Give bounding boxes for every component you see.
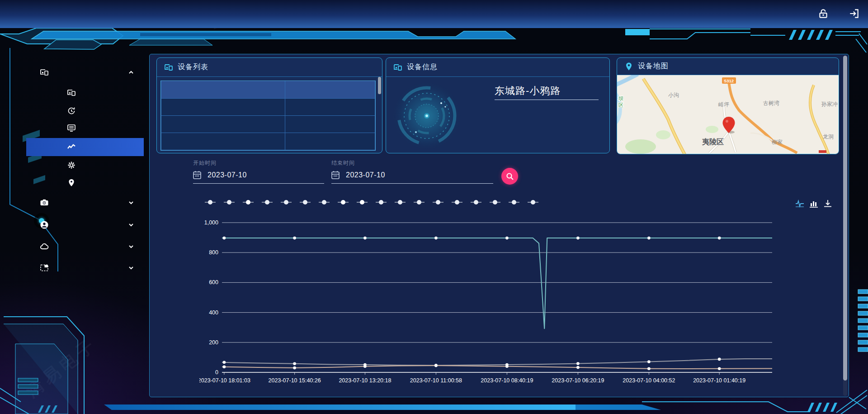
data-point[interactable] (223, 237, 226, 240)
data-point[interactable] (718, 237, 721, 240)
sidebar-item-0[interactable] (26, 63, 144, 81)
legend-item[interactable] (357, 198, 370, 206)
legend-item[interactable] (414, 198, 427, 206)
data-point[interactable] (363, 365, 367, 368)
map-image[interactable]: S312 小沟 峪坪 古树湾 孙家冲 柳家 龙洞 夷陵区 坝 区 (617, 75, 839, 154)
search-button[interactable] (501, 168, 518, 185)
series-line (222, 366, 772, 369)
x-tick-label: 2023-07-10 13:20:18 (339, 377, 391, 384)
gear-icon (67, 161, 76, 170)
data-point[interactable] (505, 237, 509, 240)
table-cell[interactable] (285, 115, 375, 133)
legend-marker-icon (528, 202, 538, 203)
legend-marker-icon (205, 202, 216, 203)
calendar-icon[interactable] (193, 171, 201, 180)
end-date-group: 结束时间 (331, 159, 493, 186)
data-point[interactable] (647, 360, 651, 363)
main-content: 设备列表 设备信息 (149, 54, 849, 397)
sidebar-item-4[interactable] (26, 259, 144, 277)
legend-item[interactable] (319, 198, 332, 206)
data-point[interactable] (647, 367, 651, 370)
table-cell[interactable] (161, 115, 285, 133)
table-row[interactable] (161, 115, 375, 133)
top-band (32, 29, 867, 52)
legend-item[interactable] (528, 198, 541, 206)
data-point[interactable] (718, 367, 721, 370)
sidebar-subitem-2[interactable] (26, 119, 144, 137)
legend-marker-icon (414, 202, 425, 203)
table-row[interactable] (161, 133, 375, 150)
legend-item[interactable] (338, 198, 351, 206)
sidebar-subitem-0[interactable] (26, 84, 144, 102)
history-curve-chart[interactable]: 1,00080060040020002023-07-10 18:01:03202… (199, 214, 803, 395)
sidebar-item-2[interactable] (26, 216, 144, 234)
legend-item[interactable] (300, 198, 313, 206)
device-map-panel: 设备地图 S312 小沟 峪坪 古树湾 孙家冲 柳家 (617, 57, 839, 154)
table-cell[interactable] (161, 133, 285, 150)
start-date-input[interactable] (208, 171, 307, 179)
cloud-icon (40, 242, 49, 251)
legend-item[interactable] (395, 198, 408, 206)
sidebar-subitem-1[interactable] (26, 102, 144, 120)
data-point[interactable] (505, 365, 509, 368)
legend-item[interactable] (471, 198, 484, 206)
magnifier-icon (506, 172, 514, 181)
exit-icon[interactable] (848, 8, 860, 19)
data-point[interactable] (576, 237, 580, 240)
legend-item[interactable] (509, 198, 522, 206)
data-point[interactable] (647, 237, 651, 240)
table-scrollbar-thumb[interactable] (378, 77, 381, 94)
data-point[interactable] (718, 358, 721, 361)
chevron-up-icon (128, 70, 134, 75)
chevron-down-icon (128, 200, 134, 205)
bar-chart-icon[interactable] (809, 199, 818, 208)
series-line (222, 238, 772, 328)
legend-marker-icon (376, 202, 387, 203)
table-cell[interactable] (161, 98, 285, 115)
scrollbar-thumb[interactable] (843, 56, 847, 381)
data-point[interactable] (576, 362, 580, 365)
legend-item[interactable] (281, 198, 294, 206)
table-row[interactable] (161, 98, 375, 115)
x-tick-label: 2023-07-10 06:20:19 (552, 377, 604, 384)
sidebar-subitem-5[interactable] (26, 174, 144, 192)
data-point[interactable] (293, 366, 296, 370)
download-icon[interactable] (823, 199, 832, 208)
legend-item[interactable] (243, 198, 256, 206)
legend-item[interactable] (433, 198, 446, 206)
data-point[interactable] (434, 364, 438, 367)
legend-item[interactable] (490, 198, 503, 206)
calendar-icon[interactable] (331, 171, 340, 180)
legend-item[interactable] (376, 198, 389, 206)
data-point[interactable] (434, 237, 438, 240)
device-monitor-icon (40, 68, 49, 77)
sidebar-subitem-4[interactable] (26, 156, 144, 174)
y-tick-label: 0 (215, 369, 218, 376)
road-badge: S312 (724, 78, 734, 83)
realtime-refresh-icon (67, 106, 76, 115)
legend-item[interactable] (262, 198, 275, 206)
data-point[interactable] (363, 237, 367, 240)
vertical-scrollbar[interactable] (843, 56, 847, 396)
table-cell[interactable] (285, 98, 375, 115)
data-point[interactable] (576, 366, 580, 369)
legend-item[interactable] (205, 198, 218, 206)
legend-item[interactable] (452, 198, 465, 206)
column-header (161, 81, 285, 98)
line-chart-icon[interactable] (795, 199, 804, 208)
sidebar-subitem-3[interactable] (26, 138, 144, 156)
series-line (222, 359, 772, 366)
legend-item[interactable] (224, 198, 237, 206)
data-point[interactable] (293, 237, 296, 240)
card-icon (40, 263, 49, 272)
data-point[interactable] (223, 366, 226, 369)
data-point[interactable] (293, 362, 296, 366)
sidebar-item-1[interactable] (26, 194, 144, 212)
svg-text:古树湾: 古树湾 (763, 100, 779, 106)
data-point[interactable] (223, 361, 226, 364)
device-radar-image (391, 80, 463, 152)
lock-icon[interactable] (817, 8, 829, 19)
sidebar-item-3[interactable] (26, 238, 144, 256)
end-date-input[interactable] (346, 171, 472, 179)
table-cell[interactable] (285, 133, 375, 150)
